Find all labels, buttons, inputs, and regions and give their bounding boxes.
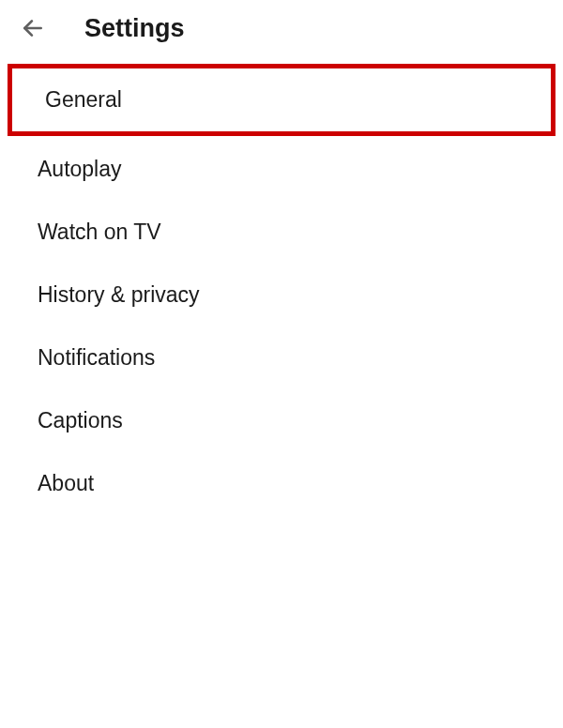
arrow-left-icon <box>21 16 45 40</box>
list-item-label: Captions <box>38 408 123 432</box>
list-item-label: History & privacy <box>38 282 200 307</box>
list-item-history-privacy[interactable]: History & privacy <box>0 264 563 326</box>
list-item-captions[interactable]: Captions <box>0 389 563 452</box>
page-title: Settings <box>84 14 185 43</box>
list-item-label: General <box>45 87 122 112</box>
list-item-about[interactable]: About <box>0 452 563 515</box>
list-item-notifications[interactable]: Notifications <box>0 326 563 389</box>
list-item-general[interactable]: General <box>8 64 555 136</box>
list-item-watch-on-tv[interactable]: Watch on TV <box>0 201 563 264</box>
list-item-label: About <box>38 471 94 495</box>
list-item-label: Autoplay <box>38 157 122 181</box>
header: Settings <box>0 0 563 56</box>
back-button[interactable] <box>19 14 47 42</box>
settings-list: General Autoplay Watch on TV History & p… <box>0 56 563 515</box>
list-item-autoplay[interactable]: Autoplay <box>0 138 563 201</box>
list-item-label: Notifications <box>38 345 155 370</box>
list-item-label: Watch on TV <box>38 220 161 244</box>
